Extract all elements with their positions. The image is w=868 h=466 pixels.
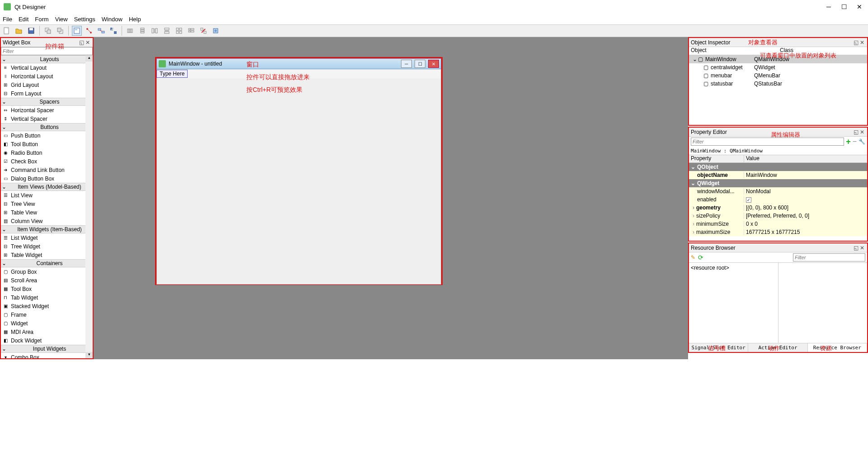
menu-edit[interactable]: Edit — [19, 16, 28, 23]
property-group[interactable]: ⌄QObject — [689, 163, 867, 171]
dock-close-icon[interactable]: ✕ — [859, 129, 865, 135]
menu-window[interactable]: Window — [102, 16, 123, 23]
dock-close-icon[interactable]: ✕ — [859, 245, 865, 251]
object-row[interactable]: ▢ statusbarQStatusBar — [689, 80, 867, 88]
edit-tab-order-icon[interactable]: 1 — [108, 26, 118, 36]
add-property-icon[interactable]: + — [846, 137, 851, 147]
close-button[interactable]: ✕ — [856, 3, 863, 10]
edit-buddies-icon[interactable] — [96, 26, 106, 36]
widget-item[interactable]: ◧Dock Widget — [1, 336, 93, 345]
resource-root[interactable]: <resource root> — [691, 265, 729, 271]
form-maximize-icon[interactable]: ☐ — [415, 60, 425, 68]
type-here-placeholder[interactable]: Type Here — [156, 70, 188, 78]
bring-front-icon[interactable] — [55, 26, 65, 36]
widget-item[interactable]: ⊞Table Widget — [1, 251, 93, 259]
object-row[interactable]: ▢ menubarQMenuBar — [689, 71, 867, 80]
config-icon[interactable]: 🔧 — [859, 138, 865, 145]
dock-float-icon[interactable]: ◱ — [853, 129, 859, 135]
dock-close-icon[interactable]: ✕ — [859, 39, 865, 46]
layout-horizontal-icon[interactable] — [125, 26, 135, 36]
widget-item[interactable]: ▦MDI Area — [1, 328, 93, 336]
form-central-widget[interactable] — [156, 78, 441, 285]
resource-filter-input[interactable] — [793, 253, 865, 262]
property-row[interactable]: ›geometry[(0, 0), 800 x 600] — [689, 204, 867, 212]
open-file-icon[interactable] — [14, 26, 24, 36]
form-close-icon[interactable]: ✕ — [428, 60, 439, 68]
bottom-tab[interactable]: Resource Browser — [808, 343, 867, 352]
property-row[interactable]: ›maximumSize16777215 x 16777215 — [689, 228, 867, 236]
resource-tree[interactable]: <resource root> — [689, 263, 778, 343]
edit-widgets-icon[interactable] — [72, 26, 82, 36]
col-value[interactable]: Value — [744, 155, 761, 162]
dock-close-icon[interactable]: ✕ — [85, 39, 91, 46]
property-row[interactable]: objectNameMainWindow — [689, 171, 867, 179]
send-back-icon[interactable] — [43, 26, 53, 36]
widget-item[interactable]: ⊓Tab Widget — [1, 293, 93, 302]
new-file-icon[interactable] — [2, 26, 12, 36]
widget-item[interactable]: ▢Group Box — [1, 267, 93, 276]
widget-item[interactable]: ⊞Grid Layout — [1, 81, 93, 89]
layout-vertical-icon[interactable] — [137, 26, 147, 36]
property-group[interactable]: ⌄QWidget — [689, 179, 867, 187]
widget-item[interactable]: ⦀Horizontal Layout — [1, 72, 93, 81]
widget-item[interactable]: ▢Frame — [1, 310, 93, 319]
property-row[interactable]: enabled✓ — [689, 195, 867, 204]
form-title-bar[interactable]: MainWindow - untitled ─ ☐ ✕ — [156, 58, 441, 69]
menu-form[interactable]: Form — [35, 16, 48, 23]
widget-item[interactable]: ▭Push Button — [1, 131, 93, 140]
save-file-icon[interactable] — [26, 26, 36, 36]
widget-item[interactable]: ≡Vertical Layout — [1, 63, 93, 72]
property-row[interactable]: ›sizePolicy[Preferred, Preferred, 0, 0] — [689, 212, 867, 220]
widget-item[interactable]: ▤Scroll Area — [1, 276, 93, 285]
widget-item[interactable]: ⊟Form Layout — [1, 89, 93, 98]
layout-h-splitter-icon[interactable] — [150, 26, 160, 36]
widget-item[interactable]: ⊟Tree Widget — [1, 242, 93, 251]
edit-signals-icon[interactable] — [84, 26, 94, 36]
menu-view[interactable]: View — [55, 16, 68, 23]
layout-v-splitter-icon[interactable] — [162, 26, 172, 36]
widget-item[interactable]: ➜Command Link Button — [1, 166, 93, 174]
category-header[interactable]: ⌄Input Widgets — [1, 345, 93, 353]
object-row[interactable]: ▢ centralwidgetQWidget — [689, 63, 867, 71]
layout-form-icon[interactable] — [186, 26, 196, 36]
widget-item[interactable]: ⇕Vertical Spacer — [1, 114, 93, 123]
category-header[interactable]: ⌄Layouts — [1, 55, 93, 63]
break-layout-icon[interactable] — [198, 26, 208, 36]
widget-item[interactable]: ⇔Horizontal Spacer — [1, 106, 93, 114]
category-header[interactable]: ⌄Item Views (Model-Based) — [1, 183, 93, 191]
widget-item[interactable]: ⊟Tree View — [1, 200, 93, 208]
property-row[interactable]: windowModal...NonModal — [689, 187, 867, 195]
adjust-size-icon[interactable] — [211, 26, 221, 36]
remove-property-icon[interactable]: − — [853, 138, 857, 146]
widget-item[interactable]: ▭Dialog Button Box — [1, 174, 93, 183]
col-property[interactable]: Property — [689, 155, 744, 162]
widget-item[interactable]: ☰List Widget — [1, 233, 93, 242]
widget-item[interactable]: ☑Check Box — [1, 157, 93, 166]
property-row[interactable]: ›minimumSize0 x 0 — [689, 220, 867, 228]
menu-help[interactable]: Help — [129, 16, 141, 23]
widget-item[interactable]: ⊞Table View — [1, 208, 93, 217]
menu-file[interactable]: File — [3, 16, 12, 23]
property-filter-input[interactable] — [691, 138, 844, 146]
scrollbar[interactable]: ▴▾ — [85, 55, 93, 358]
menu-settings[interactable]: Settings — [74, 16, 95, 23]
widget-item[interactable]: ▣Stacked Widget — [1, 302, 93, 310]
widget-item[interactable]: ◉Radio Button — [1, 148, 93, 157]
widget-item[interactable]: ▾Combo Box — [1, 353, 93, 358]
dock-float-icon[interactable]: ◱ — [78, 39, 85, 46]
layout-grid-icon[interactable] — [174, 26, 184, 36]
widget-item[interactable]: ☰List View — [1, 191, 93, 200]
widget-item[interactable]: ▦Tool Box — [1, 285, 93, 293]
form-minimize-icon[interactable]: ─ — [401, 60, 412, 68]
widget-item[interactable]: ◧Tool Button — [1, 140, 93, 148]
dock-float-icon[interactable]: ◱ — [853, 245, 859, 251]
category-header[interactable]: ⌄Spacers — [1, 98, 93, 106]
category-header[interactable]: ⌄Item Widgets (Item-Based) — [1, 225, 93, 233]
category-header[interactable]: ⌄Containers — [1, 259, 93, 267]
maximize-button[interactable]: ☐ — [841, 3, 847, 10]
category-header[interactable]: ⌄Buttons — [1, 123, 93, 131]
edit-resource-icon[interactable]: ✎ — [691, 254, 695, 261]
widget-item[interactable]: ▢Widget — [1, 319, 93, 328]
widget-item[interactable]: ▥Column View — [1, 217, 93, 225]
minimize-button[interactable]: ─ — [826, 3, 832, 10]
